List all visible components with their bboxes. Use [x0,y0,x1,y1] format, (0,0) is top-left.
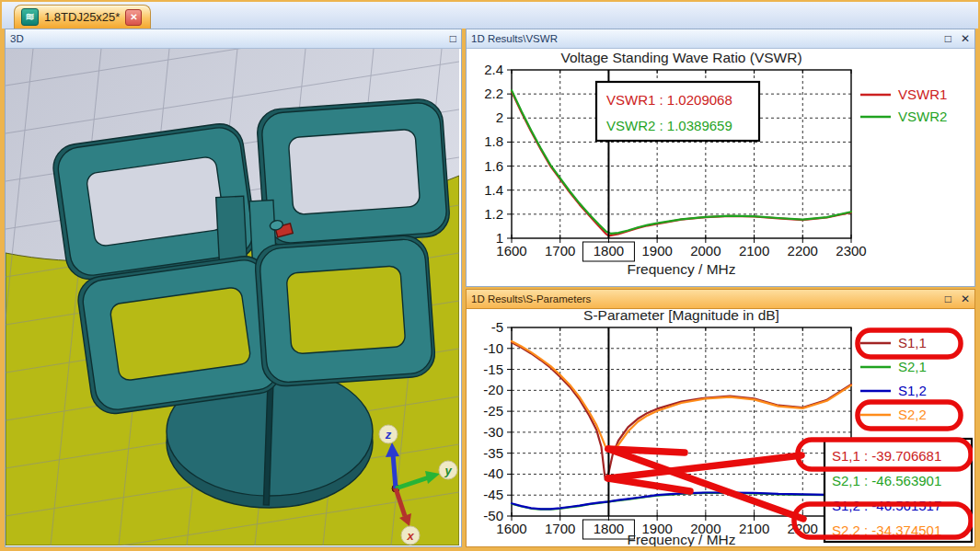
project-waves-icon: ≋ [21,8,39,26]
panel-3d-header[interactable]: 3D □ [6,29,461,49]
svg-text:1.8: 1.8 [484,133,503,149]
svg-text:1800: 1800 [594,243,624,258]
svg-text:VSWR2 : 1.0389659: VSWR2 : 1.0389659 [606,118,732,133]
svg-text:-20: -20 [483,382,503,397]
svg-text:2: 2 [496,109,503,125]
svg-text:2200: 2200 [788,243,818,258]
maximize-icon[interactable]: □ [450,33,456,44]
svg-text:VSWR1 : 1.0209068: VSWR1 : 1.0209068 [606,92,732,108]
panel-vswr: 1D Results\VSWR □ ✕ 2.42.221.81.61.41.21… [466,29,975,287]
tick-labels: -5-10-15-20-25-30-35-40-45-5016001700180… [483,319,866,536]
tab-close-icon[interactable]: ✕ [125,9,142,26]
svg-text:S1,2 : -46.561517: S1,2 : -46.561517 [832,498,941,513]
panel-sparameters-header[interactable]: 1D Results\S-Parameters □ ✕ [467,290,974,309]
sparameter-chart: -5-10-15-20-25-30-35-40-45-5016001700180… [467,309,973,546]
tab-bar: ≋ 1.8TDJ25x25* ✕ [2,2,978,29]
svg-text:-15: -15 [483,362,503,377]
svg-text:VSWR2: VSWR2 [898,109,947,124]
tab-title: 1.8TDJ25x25* [44,10,120,24]
legend: VSWR1VSWR2 [860,86,947,124]
svg-text:2300: 2300 [836,243,866,258]
svg-text:2100: 2100 [739,243,769,258]
axes [507,327,851,521]
svg-text:2.2: 2.2 [484,86,503,101]
x-axis-title: Frequency / MHz [627,261,735,277]
svg-text:-25: -25 [483,403,503,419]
svg-text:-10: -10 [483,340,503,356]
panel-vswr-title: 1D Results\VSWR [471,33,558,44]
close-icon[interactable]: ✕ [961,293,970,304]
svg-text:1.4: 1.4 [484,182,503,198]
gridlines [512,327,851,516]
svg-text:S1,1 : -39.706681: S1,1 : -39.706681 [832,448,941,464]
legend: S1,1S2,1S1,2S2,2 [860,335,927,422]
svg-text:-5: -5 [491,319,503,335]
svg-text:2100: 2100 [739,521,769,536]
svg-text:1.6: 1.6 [484,158,503,174]
svg-text:-35: -35 [483,445,503,461]
chart-title: S-Parameter [Magnitude in dB] [583,309,779,323]
3d-scene[interactable]: z y x [6,49,459,545]
maximize-icon[interactable]: □ [945,33,951,44]
chart-title: Voltage Standing Wave Ratio (VSWR) [560,50,801,65]
svg-text:-40: -40 [483,465,503,481]
svg-text:-30: -30 [483,424,503,440]
svg-text:S2,1: S2,1 [898,359,927,374]
y-axis-label: y [444,464,452,477]
svg-text:S2,1 : -46.563901: S2,1 : -46.563901 [832,473,941,488]
svg-text:2200: 2200 [788,521,818,536]
panel-3d-title: 3D [10,33,24,44]
svg-text:VSWR1: VSWR1 [898,86,947,102]
panel-sparameters-title: 1D Results\S-Parameters [471,293,591,304]
svg-text:2000: 2000 [690,243,721,258]
svg-text:1800: 1800 [594,521,624,536]
svg-text:-45: -45 [483,487,503,502]
document-tab[interactable]: ≋ 1.8TDJ25x25* ✕ [14,5,151,29]
svg-text:1700: 1700 [545,243,575,258]
svg-text:1700: 1700 [545,521,575,536]
svg-text:1900: 1900 [641,243,672,258]
marker-readout-box: S1,1 : -39.706681S2,1 : -46.563901S1,2 :… [824,439,972,542]
svg-text:1600: 1600 [496,521,526,536]
series [512,341,851,510]
svg-text:1.2: 1.2 [484,206,503,222]
svg-text:S2,2 : -34.374501: S2,2 : -34.374501 [832,522,941,538]
z-axis-label: z [385,428,392,442]
x-axis-title: Frequency / MHz [627,532,735,546]
maximize-icon[interactable]: □ [945,293,951,304]
close-icon[interactable]: ✕ [961,33,970,44]
trace-S2,2 [512,341,851,452]
panel-3d-view: 3D □ [5,29,462,547]
svg-text:S1,1: S1,1 [898,335,927,350]
svg-text:2.4: 2.4 [484,62,503,77]
svg-text:1600: 1600 [496,243,526,258]
x-axis-label: x [406,529,414,543]
panel-sparameters: 1D Results\S-Parameters □ ✕ -5-10-15-20-… [466,289,975,547]
svg-text:S2,2: S2,2 [898,407,927,422]
marker-readout-box: VSWR1 : 1.0209068VSWR2 : 1.0389659 [596,82,759,141]
vswr-chart: 2.42.221.81.61.41.2116001700180019002000… [467,49,973,286]
panel-vswr-header[interactable]: 1D Results\VSWR □ ✕ [467,29,974,49]
svg-text:S1,2: S1,2 [898,383,927,398]
